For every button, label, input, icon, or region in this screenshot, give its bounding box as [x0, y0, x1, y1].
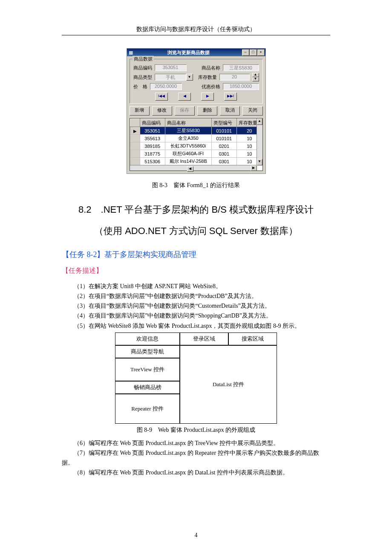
label-stock-qty: 库存数量 — [198, 74, 217, 81]
paragraph: （6）编写程序在 Web 页面 ProductList.aspx 的 TreeV… — [62, 438, 330, 448]
winform: ▦ 浏览与更新商品数据 – □ × 商品数据 商品编码 353051 商品名称 … — [127, 48, 266, 174]
diagram-cell-repeater: Repeater 控件 — [115, 394, 180, 424]
scroll-left-icon[interactable]: ◀ — [187, 166, 193, 172]
label-promo-price: 优惠价格 — [202, 84, 220, 90]
cell: 010101 — [211, 135, 236, 142]
diagram-cell-hot: 畅销商品榜 — [115, 381, 180, 394]
task-heading: 【任务 8-2】基于多层架构实现商品管理 — [62, 249, 330, 260]
paragraph: （7）编写程序在 Web 页面 ProductList.aspx 的 Repea… — [62, 448, 330, 468]
section-heading-line2: （使用 ADO.NET 方式访问 SQL Server 数据库） — [62, 223, 330, 240]
close-form-button[interactable]: 关闭 — [242, 106, 262, 116]
cell: 戴尔 Ins14V-258B — [165, 158, 211, 165]
combo-product-type-value: 手机 — [155, 74, 186, 81]
grid-row[interactable]: ▶ 353051 三星S5830 010101 20 — [130, 127, 262, 135]
row-pointer-icon: ▶ — [133, 129, 137, 133]
stock-qty-spinner[interactable]: ▲ ▼ — [252, 73, 259, 81]
spin-down-icon[interactable]: ▼ — [252, 77, 259, 81]
cell: 318775 — [140, 150, 165, 158]
cell: 0201 — [211, 142, 236, 150]
delete-button[interactable]: 删除 — [197, 106, 217, 116]
winform-icon: ▦ — [128, 50, 134, 55]
diagram-cell-welcome: 欢迎信息 — [115, 332, 180, 345]
nav-prev-button[interactable]: ◀ — [178, 92, 191, 101]
cell: 515306 — [140, 158, 165, 165]
section-heading-line1: 8.2 .NET 平台基于多层架构的 B/S 模式数据库程序设计 — [62, 201, 330, 218]
horizontal-scrollbar[interactable]: ◀ ▶ — [130, 165, 257, 171]
label-product-code: 商品编码 — [133, 65, 152, 71]
grid-header-row: 商品编码 商品名称 类型编号 库存数量 — [130, 119, 262, 127]
cell: 三星S5830 — [165, 127, 211, 135]
nav-next-button[interactable]: ▶ — [201, 92, 214, 101]
running-header: 数据库访问与数据库程序设计（任务驱动式） — [62, 26, 330, 33]
task-desc-heading: 【任务描述】 — [62, 266, 330, 275]
chevron-down-icon[interactable]: ▼ — [186, 74, 193, 81]
nav-first-button[interactable]: I◀◀ — [155, 92, 168, 101]
paragraph: （4）在项目“数据库访问层”中创建数据访问类“ShoppingCartDB”及其… — [62, 311, 330, 321]
figure-8-9: 欢迎信息 登录区域 搜索区域 商品类型导航 DataList 控件 TreeVi… — [115, 332, 277, 424]
input-product-name[interactable]: 三星S5830 — [223, 64, 259, 71]
col-name[interactable]: 商品名称 — [165, 119, 211, 127]
input-price[interactable]: 2050.0000 — [150, 83, 182, 90]
paragraph: （3）在项目“数据库访问层”中创建数据访问类“CustomerDetails”及… — [62, 301, 330, 311]
vertical-scrollbar[interactable]: ▲ ▼ — [257, 119, 262, 165]
input-product-code[interactable]: 353051 — [155, 64, 187, 71]
paragraph: （5）在网站 WebSite8 添加 Web 窗体 ProductList.as… — [62, 321, 330, 331]
col-code[interactable]: 商品编码 — [140, 119, 165, 127]
grid-row[interactable]: 515306 戴尔 Ins14V-258B 0301 10 — [130, 158, 262, 165]
group-title: 商品数据 — [133, 56, 154, 62]
nav-last-button[interactable]: ▶▶I — [224, 92, 237, 101]
add-button[interactable]: 新增 — [130, 106, 150, 116]
scroll-up-icon[interactable]: ▲ — [257, 119, 262, 125]
paragraph: （8）编写程序在 Web 页面 ProductList.aspx 的 DataL… — [62, 468, 330, 477]
diagram-cell-treeview: TreeView 控件 — [115, 358, 180, 381]
grid-row[interactable]: 355613 金立A350 010101 10 — [130, 135, 262, 142]
page-number: 4 — [0, 532, 392, 539]
cancel-button[interactable]: 取消 — [220, 106, 240, 116]
save-button[interactable]: 保存 — [175, 106, 195, 116]
label-price: 价 格 — [133, 84, 147, 90]
product-data-group: 商品数据 商品编码 353051 商品名称 三星S5830 商品类型 手机 ▼ … — [130, 59, 263, 104]
paragraph: （2）在项目“数据库访问层”中创建数据访问类“ProductDB”及其方法。 — [62, 291, 330, 301]
cell: 联想G460A-IFI — [165, 150, 211, 158]
scroll-right-icon[interactable]: ▶ — [251, 165, 257, 171]
winform-titlebar: ▦ 浏览与更新商品数据 – □ × — [127, 49, 265, 56]
input-promo-price[interactable]: 1850.0000 — [223, 83, 259, 90]
paragraph: （1）在解决方案 Unit8 中创建 ASP.NET 网站 WebSite8。 — [62, 281, 330, 291]
data-grid[interactable]: 商品编码 商品名称 类型编号 库存数量 ▶ 353051 三星S5830 010… — [130, 118, 263, 171]
combo-product-type[interactable]: 手机 ▼ — [155, 74, 193, 81]
cell: 010101 — [211, 127, 236, 135]
cell: 355613 — [140, 135, 165, 142]
figure-8-3-caption: 图 8-3 窗体 Form8_1 的运行结果 — [62, 182, 330, 189]
diagram-cell-datalist: DataList 控件 — [180, 345, 277, 424]
cell: 389185 — [140, 142, 165, 150]
minimize-button[interactable]: – — [242, 49, 249, 56]
cell: 0301 — [211, 158, 236, 165]
cell: 长虹3DTV55860i — [165, 142, 211, 150]
scroll-down-icon[interactable]: ▼ — [257, 159, 262, 165]
maximize-button[interactable]: □ — [250, 49, 257, 56]
edit-button[interactable]: 修改 — [152, 106, 172, 116]
cell: 0301 — [211, 150, 236, 158]
label-product-name: 商品名称 — [202, 65, 220, 71]
close-button[interactable]: × — [257, 49, 265, 56]
winform-title: 浏览与更新商品数据 — [134, 49, 242, 56]
label-product-type: 商品类型 — [133, 74, 152, 81]
figure-8-3: ▦ 浏览与更新商品数据 – □ × 商品数据 商品编码 353051 商品名称 … — [62, 48, 330, 174]
cell: 353051 — [140, 127, 165, 135]
diagram-cell-search: 搜索区域 — [228, 332, 277, 345]
diagram-cell-login: 登录区域 — [180, 332, 228, 345]
grid-row[interactable]: 389185 长虹3DTV55860i 0201 10 — [130, 142, 262, 150]
figure-8-9-caption: 图 8-9 Web 窗体 ProductList.aspx 的外观组成 — [62, 426, 330, 434]
col-typeid[interactable]: 类型编号 — [211, 119, 236, 127]
diagram-cell-nav: 商品类型导航 — [115, 345, 180, 358]
cell: 金立A350 — [165, 135, 211, 142]
header-rule — [62, 35, 330, 35]
input-stock-qty[interactable]: 20 — [219, 74, 250, 81]
grid-row[interactable]: 318775 联想G460A-IFI 0301 10 — [130, 150, 262, 158]
